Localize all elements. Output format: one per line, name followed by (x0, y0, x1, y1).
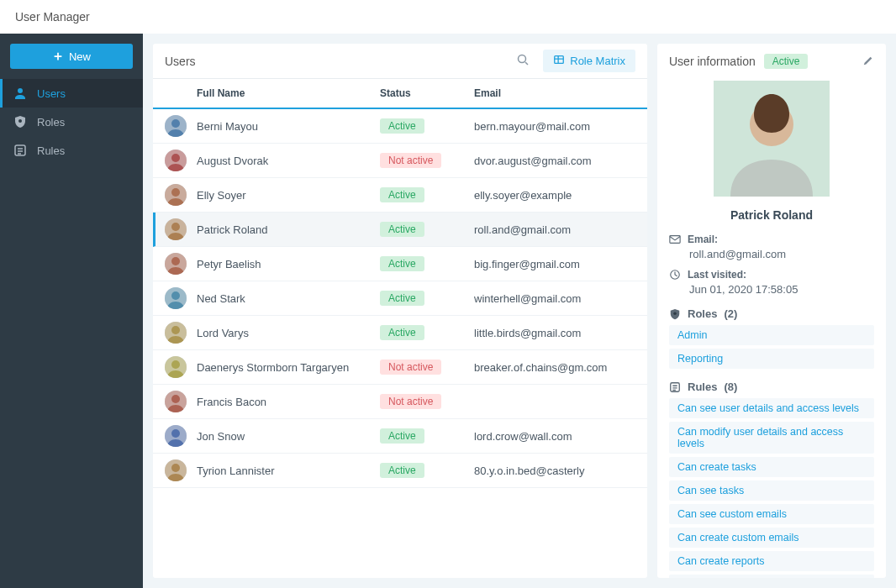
cell-email: winterhell@gmail.com (474, 292, 635, 305)
column-status[interactable]: Status (380, 87, 474, 99)
plus-icon (52, 50, 64, 62)
sidebar-item-roles[interactable]: Roles (0, 108, 143, 136)
app-title: User Manager (15, 10, 90, 24)
avatar (165, 287, 187, 309)
cell-name: Berni Mayou (197, 120, 380, 133)
column-full-name[interactable]: Full Name (197, 87, 380, 99)
status-badge: Active (380, 256, 424, 271)
status-badge: Active (380, 187, 424, 202)
table-row[interactable]: Francis BaconNot active (153, 385, 647, 419)
cell-email: bern.mayour@mail.com (474, 120, 635, 133)
clock-icon (669, 269, 681, 281)
cell-email: big.finger@gmail.com (474, 258, 635, 270)
cell-name: Elly Soyer (197, 189, 380, 202)
table-row[interactable]: Daenerys Stormborn TargaryenNot activebr… (153, 350, 647, 385)
table-row[interactable]: Patrick RolandActiveroll.and@gmail.com (153, 213, 647, 247)
table-row[interactable]: Tyrion LannisterActive80.y.o.in.bed@cast… (153, 454, 647, 488)
rule-link[interactable]: Can see custom emails (669, 504, 874, 524)
column-email[interactable]: Email (474, 87, 635, 99)
sidebar-item-rules[interactable]: Rules (0, 136, 143, 165)
cell-name: Francis Bacon (197, 396, 380, 408)
cell-name: Petyr Baelish (197, 258, 380, 270)
rule-link[interactable]: Can modify user details and access level… (669, 422, 874, 454)
role-link[interactable]: Reporting (669, 349, 874, 369)
avatar (165, 115, 187, 137)
rule-link[interactable]: Can create custom emails (669, 528, 874, 548)
roles-count: (2) (724, 307, 737, 320)
avatar (165, 425, 187, 447)
users-icon (13, 87, 27, 100)
cell-name: Jon Snow (197, 430, 380, 443)
nav-list: UsersRolesRules (0, 79, 143, 165)
detail-title: User information (669, 55, 756, 68)
table-row[interactable]: August DvorakNot activedvor.august@gmail… (153, 144, 647, 178)
table-header: Full Name Status Email (153, 79, 647, 109)
rules-icon (13, 144, 27, 157)
nav-label: Rules (37, 144, 65, 157)
new-button[interactable]: New (10, 44, 133, 69)
detail-avatar (714, 81, 830, 197)
cell-email: dvor.august@gmail.com (474, 155, 635, 167)
app-header: User Manager (0, 0, 896, 34)
roles-label: Roles (688, 307, 717, 320)
role-matrix-label: Role Matrix (570, 55, 625, 67)
search-icon (516, 53, 530, 69)
shield-icon (13, 115, 27, 129)
cell-email: elly.soyer@example (474, 189, 635, 202)
table-row[interactable]: Lord VarysActivelittle.birds@gmail.com (153, 316, 647, 350)
search-button[interactable] (511, 50, 535, 73)
table-row[interactable]: Petyr BaelishActivebig.finger@gmail.com (153, 247, 647, 281)
rule-link[interactable]: Can create tasks (669, 457, 874, 477)
status-badge: Active (380, 118, 424, 134)
detail-header: User information Active (669, 54, 874, 69)
status-badge: Active (380, 428, 424, 444)
avatar (165, 150, 187, 171)
matrix-icon (553, 54, 565, 68)
status-badge: Not active (380, 360, 441, 375)
rule-link[interactable]: Can create reports (669, 551, 874, 571)
rules-count: (8) (724, 381, 737, 393)
detail-name: Patrick Roland (730, 208, 813, 222)
avatar (165, 184, 187, 206)
rules-list: Can see user details and access levelsCa… (669, 398, 874, 578)
rules-icon (669, 381, 681, 393)
table-row[interactable]: Ned StarkActivewinterhell@gmail.com (153, 281, 647, 316)
avatar (165, 459, 187, 481)
sidebar: New UsersRolesRules (0, 34, 143, 588)
new-button-label: New (69, 50, 91, 63)
status-badge: Active (380, 463, 424, 478)
shield-icon (669, 308, 681, 320)
nav-label: Roles (37, 116, 65, 129)
table-row[interactable]: Berni MayouActivebern.mayour@mail.com (153, 109, 647, 144)
role-link[interactable]: Admin (669, 325, 874, 345)
avatar (165, 218, 187, 240)
cell-name: August Dvorak (197, 155, 380, 167)
status-badge: Active (380, 325, 424, 340)
status-badge: Active (380, 291, 424, 306)
rules-label: Rules (688, 381, 717, 393)
rule-link[interactable]: Can see reports (669, 575, 874, 578)
sidebar-item-users[interactable]: Users (0, 79, 143, 108)
table-row[interactable]: Jon SnowActivelord.crow@wall.com (153, 419, 647, 454)
cell-name: Lord Varys (197, 327, 380, 339)
rule-link[interactable]: Can see user details and access levels (669, 398, 874, 418)
avatar (165, 253, 187, 275)
detail-email: roll.and@gmail.com (689, 248, 874, 260)
edit-button[interactable] (862, 55, 874, 69)
detail-panel: User information Active Patrick Roland E… (657, 44, 886, 578)
avatar (165, 391, 187, 412)
last-visited-label: Last visited: (688, 269, 746, 281)
table-row[interactable]: Elly SoyerActiveelly.soyer@example (153, 178, 647, 213)
cell-name: Daenerys Stormborn Targaryen (197, 361, 380, 374)
cell-email: 80.y.o.in.bed@casterly (474, 465, 635, 477)
cell-email: little.birds@gmail.com (474, 327, 635, 339)
rule-link[interactable]: Can see tasks (669, 480, 874, 501)
status-badge: Not active (380, 394, 441, 409)
role-matrix-button[interactable]: Role Matrix (543, 50, 635, 72)
users-panel-header: Users Role Matrix (153, 44, 647, 79)
table-body: Berni MayouActivebern.mayour@mail.comAug… (153, 109, 647, 578)
cell-email: breaker.of.chains@gm.com (474, 361, 635, 374)
users-panel: Users Role Matrix Full Name Status Email (153, 44, 647, 578)
status-badge: Active (380, 222, 424, 237)
cell-name: Tyrion Lannister (197, 465, 380, 477)
